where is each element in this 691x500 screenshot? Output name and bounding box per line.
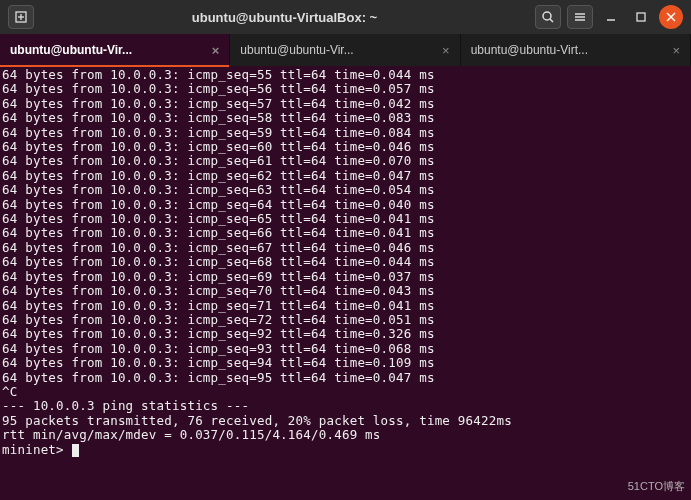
terminal-tab-3[interactable]: ubuntu@ubuntu-Virt... × [461, 34, 691, 66]
menu-button[interactable] [567, 5, 593, 29]
close-tab-icon[interactable]: × [442, 43, 450, 58]
svg-point-3 [543, 12, 551, 20]
tab-bar: ubuntu@ubuntu-Vir... × ubuntu@ubuntu-Vir… [0, 34, 691, 66]
new-tab-button[interactable] [8, 5, 34, 29]
close-tab-icon[interactable]: × [672, 43, 680, 58]
svg-rect-9 [637, 13, 645, 21]
close-button[interactable] [659, 5, 683, 29]
svg-line-4 [550, 19, 553, 22]
window-title: ubuntu@ubuntu-VirtualBox: ~ [40, 10, 529, 25]
search-button[interactable] [535, 5, 561, 29]
tab-label: ubuntu@ubuntu-Vir... [10, 43, 132, 57]
terminal-tab-1[interactable]: ubuntu@ubuntu-Vir... × [0, 34, 230, 66]
minimize-button[interactable] [599, 5, 623, 29]
title-bar: ubuntu@ubuntu-VirtualBox: ~ [0, 0, 691, 34]
terminal-tab-2[interactable]: ubuntu@ubuntu-Vir... × [230, 34, 460, 66]
tab-label: ubuntu@ubuntu-Vir... [240, 43, 353, 57]
cursor [72, 444, 79, 457]
title-bar-right [535, 5, 683, 29]
tab-label: ubuntu@ubuntu-Virt... [471, 43, 588, 57]
maximize-button[interactable] [629, 5, 653, 29]
watermark: 51CTO博客 [628, 479, 685, 494]
close-tab-icon[interactable]: × [212, 43, 220, 58]
terminal-output[interactable]: 64 bytes from 10.0.0.3: icmp_seq=55 ttl=… [0, 66, 691, 457]
